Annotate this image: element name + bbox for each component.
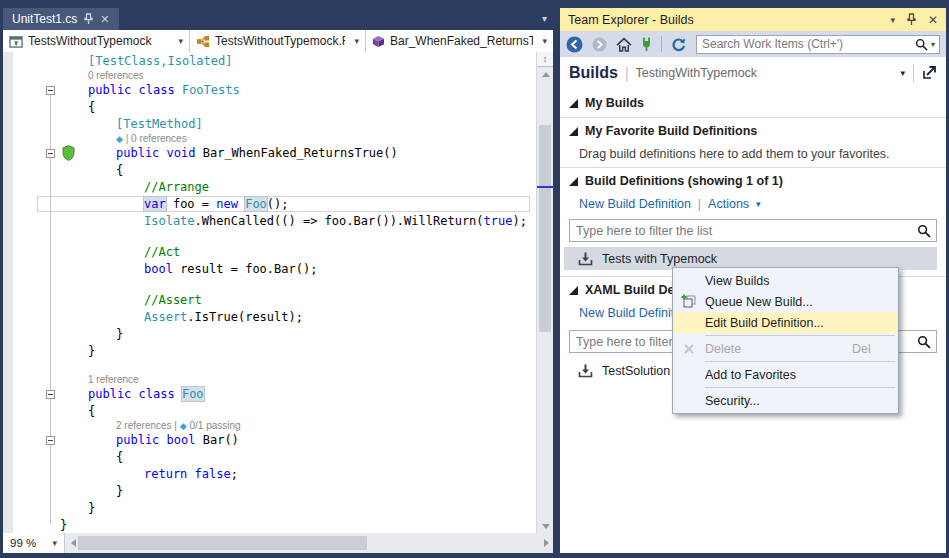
- code-line[interactable]: public class FooTests: [3, 82, 536, 99]
- toolbar-separator: [661, 36, 662, 52]
- scroll-right-arrow-icon[interactable]: [544, 539, 549, 547]
- menu-item-queue-new-build[interactable]: Queue New Build...: [673, 291, 898, 312]
- filter-input[interactable]: [570, 224, 917, 238]
- code-token: return false: [144, 467, 231, 481]
- code-line[interactable]: {: [3, 449, 536, 466]
- code-token: public class: [88, 387, 182, 401]
- member-dropdown[interactable]: Bar_WhenFaked_ReturnsTru ▾: [366, 30, 553, 52]
- code-line[interactable]: }: [3, 343, 536, 360]
- code-line[interactable]: bool result = foo.Bar();: [3, 261, 536, 278]
- class-icon: [196, 35, 210, 48]
- codelens-line[interactable]: ◆ | 0 references: [3, 133, 536, 145]
- section-header-my-builds[interactable]: My Builds: [569, 96, 937, 110]
- scroll-left-arrow-icon[interactable]: [71, 539, 76, 547]
- search-input[interactable]: [697, 37, 915, 51]
- search-icon[interactable]: [917, 335, 931, 349]
- test-status-diamond-icon[interactable]: ◆: [116, 134, 123, 144]
- undock-icon[interactable]: [922, 65, 937, 80]
- menu-item-label: Add to Favorites: [705, 368, 852, 382]
- code-token: ();: [267, 197, 289, 211]
- plug-icon[interactable]: [641, 37, 652, 52]
- pin-icon[interactable]: [84, 13, 93, 25]
- code-token[interactable]: 0/1 passing: [187, 420, 241, 431]
- zoom-control[interactable]: 99 % ▾: [3, 533, 65, 553]
- test-status-diamond-icon[interactable]: ◆: [180, 421, 187, 431]
- project-dropdown[interactable]: TestsWithoutTypemock ▾: [3, 30, 190, 52]
- caret-position-marker: [537, 186, 554, 188]
- code-token[interactable]: | 0 references: [123, 133, 187, 144]
- actions-caret-icon[interactable]: ▾: [756, 199, 761, 209]
- code-line[interactable]: var foo = new Foo();: [3, 196, 536, 213]
- close-icon[interactable]: ✕: [928, 13, 938, 27]
- code-token: {: [88, 404, 95, 418]
- vertical-scrollbar[interactable]: ↕: [536, 52, 553, 533]
- code-line[interactable]: [TestMethod]: [3, 116, 536, 133]
- fold-collapse-box[interactable]: [46, 149, 55, 158]
- code-line[interactable]: }: [3, 483, 536, 500]
- scroll-down-arrow-icon[interactable]: [542, 524, 550, 529]
- code-line[interactable]: }: [3, 517, 536, 533]
- typemock-shield-icon: [61, 145, 76, 161]
- section-expander-icon[interactable]: [569, 99, 578, 108]
- code-line[interactable]: //Act: [3, 244, 536, 261]
- code-line[interactable]: Isolate.WhenCalled(() => foo.Bar()).Will…: [3, 213, 536, 230]
- splitter-handle-icon[interactable]: ↕: [537, 52, 553, 67]
- codelens-line[interactable]: 0 references: [3, 70, 536, 82]
- code-token: }: [116, 484, 123, 498]
- section-expander-icon[interactable]: [569, 286, 578, 295]
- code-token[interactable]: 0 references: [88, 70, 144, 81]
- section-expander-icon[interactable]: [569, 177, 578, 186]
- pin-icon[interactable]: [907, 13, 916, 26]
- forward-button[interactable]: [592, 37, 607, 52]
- back-button[interactable]: [566, 36, 583, 53]
- document-list-caret-icon[interactable]: ▾: [542, 13, 547, 24]
- document-tab[interactable]: UnitTest1.cs ✕: [3, 8, 119, 30]
- section-expander-icon[interactable]: [569, 127, 578, 136]
- code-line[interactable]: return false;: [3, 466, 536, 483]
- code-line[interactable]: {: [3, 99, 536, 116]
- actions-link[interactable]: Actions: [708, 197, 749, 211]
- code-line[interactable]: }: [3, 326, 536, 343]
- search-icon[interactable]: [915, 38, 928, 51]
- code-token[interactable]: 2 references |: [116, 420, 180, 431]
- code-line[interactable]: {: [3, 162, 536, 179]
- new-build-definition-link[interactable]: New Build Definition: [579, 197, 691, 211]
- codelens-line[interactable]: 2 references | ◆ 0/1 passing: [3, 420, 536, 432]
- menu-item-security[interactable]: Security...: [673, 390, 898, 411]
- scroll-up-arrow-icon[interactable]: [542, 72, 550, 77]
- code-line[interactable]: //Assert: [3, 292, 536, 309]
- section-header-build-definitions[interactable]: Build Definitions (showing 1 of 1): [569, 174, 937, 188]
- code-line[interactable]: public class Foo: [3, 386, 536, 403]
- menu-item-edit-build-definition[interactable]: Edit Build Definition...: [673, 312, 898, 333]
- search-icon[interactable]: [917, 224, 931, 238]
- code-line[interactable]: //Arrange: [3, 179, 536, 196]
- home-button[interactable]: [616, 37, 632, 52]
- pages-caret-icon[interactable]: ▾: [900, 68, 905, 78]
- code-line[interactable]: Assert.IsTrue(result);: [3, 309, 536, 326]
- horizontal-scrollbar-thumb[interactable]: [78, 536, 367, 550]
- refresh-button[interactable]: [671, 37, 686, 52]
- team-explorer-page-header: Builds | TestingWithTypemock ▾: [560, 57, 946, 88]
- fold-collapse-box[interactable]: [46, 436, 55, 445]
- menu-item-add-to-favorites[interactable]: Add to Favorites: [673, 364, 898, 385]
- code-token[interactable]: 1 reference: [88, 374, 139, 385]
- code-token: Bar(): [203, 433, 239, 447]
- code-token: var: [144, 197, 166, 211]
- code-line[interactable]: public void Bar_WhenFaked_ReturnsTrue(): [3, 145, 536, 162]
- vertical-scrollbar-thumb[interactable]: [539, 125, 551, 332]
- search-options-caret-icon[interactable]: ▾: [931, 40, 935, 49]
- class-dropdown[interactable]: TestsWithoutTypemock.Fo ▾: [190, 30, 366, 52]
- code-editor[interactable]: [TestClass,Isolated]0 referencespublic c…: [3, 52, 536, 533]
- close-icon[interactable]: ✕: [100, 14, 109, 25]
- codelens-line[interactable]: 1 reference: [3, 374, 536, 386]
- code-line[interactable]: public bool Bar(): [3, 432, 536, 449]
- menu-item-view-builds[interactable]: View Builds: [673, 270, 898, 291]
- build-definition-icon: [578, 364, 593, 378]
- code-line[interactable]: }: [3, 500, 536, 517]
- code-line[interactable]: [TestClass,Isolated]: [3, 53, 536, 70]
- fold-collapse-box[interactable]: [46, 86, 55, 95]
- code-line[interactable]: {: [3, 403, 536, 420]
- fold-collapse-box[interactable]: [46, 390, 55, 399]
- section-header-favorites[interactable]: My Favorite Build Definitions: [569, 124, 937, 138]
- window-menu-caret-icon[interactable]: ▾: [890, 15, 895, 25]
